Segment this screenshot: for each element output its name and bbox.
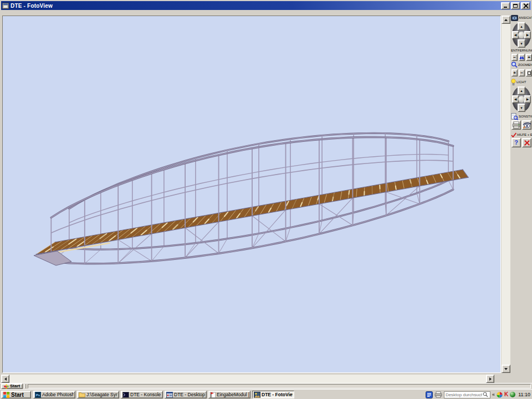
licht-label: LICHT bbox=[516, 80, 526, 84]
scroll-up-button[interactable] bbox=[502, 16, 510, 24]
folder-icon bbox=[79, 392, 85, 397]
console-icon bbox=[122, 392, 129, 398]
app-icon bbox=[2, 3, 9, 9]
task-eingabemodul[interactable]: EingabeModul [Bauchwee... bbox=[208, 391, 250, 398]
section-ansicht: ANSICHT bbox=[511, 15, 532, 21]
horizontal-scrollbar[interactable] bbox=[1, 375, 494, 383]
zoom-in-button[interactable]: + bbox=[511, 69, 518, 76]
close-icon bbox=[523, 3, 528, 8]
hilfe-label: HILFE + ENDE bbox=[517, 133, 532, 137]
control-panel: ANSICHT ▲ ▼ ◀ ▶ ENTFERNUNG − + bbox=[511, 10, 532, 389]
sonstiges-label: SONSTIGES bbox=[519, 115, 532, 119]
flag-pin-icon bbox=[210, 392, 216, 398]
zoom-buttons: + − bbox=[511, 69, 532, 76]
dpad-center bbox=[518, 32, 525, 38]
viewport-3d[interactable] bbox=[2, 16, 501, 373]
minimize-button[interactable] bbox=[501, 2, 510, 9]
start-button[interactable]: Start bbox=[1, 391, 31, 398]
misc-buttons bbox=[511, 120, 531, 130]
language-indicator-icon[interactable] bbox=[426, 391, 433, 398]
bridge-model bbox=[3, 16, 500, 372]
windows-flag-icon bbox=[3, 392, 9, 398]
section-sonstiges: SONSTIGES bbox=[511, 113, 532, 120]
exit-button[interactable] bbox=[522, 138, 531, 147]
maximize-button[interactable] bbox=[511, 2, 520, 9]
arrow-right-icon bbox=[489, 377, 492, 381]
window-title: DTE - FotoView bbox=[11, 3, 53, 9]
scroll-right-button[interactable] bbox=[486, 375, 494, 383]
light-dpad: ▲ ▼ ◀ ▶ bbox=[512, 86, 531, 112]
section-zoomen: ZOOMEN bbox=[511, 62, 532, 68]
light-up-button[interactable]: ▲ bbox=[518, 86, 525, 95]
view-up-button[interactable]: ▲ bbox=[518, 22, 525, 30]
task-label: Adobe Photoshop CS3 E... bbox=[42, 392, 74, 397]
document-magnifier-icon bbox=[511, 113, 518, 120]
task-explorer-folder[interactable]: J:\Seagate Sync\SyncRe... bbox=[77, 391, 119, 398]
view-right-button[interactable]: ▶ bbox=[524, 31, 531, 39]
task-label: DTE - Desktop Engineeri... bbox=[174, 392, 205, 397]
eye-icon bbox=[523, 121, 531, 129]
zoomen-label: ZOOMEN bbox=[518, 63, 532, 67]
print-button[interactable] bbox=[511, 120, 521, 130]
zoom-out-button[interactable]: − bbox=[519, 69, 525, 76]
scroll-down-button[interactable] bbox=[502, 365, 510, 373]
app-statusbar: Start bbox=[0, 383, 532, 389]
arrow-left-icon bbox=[4, 377, 7, 381]
maximize-icon bbox=[513, 4, 518, 8]
taskbar-clock: 11:10 bbox=[517, 392, 530, 397]
help-exit-buttons: ? bbox=[511, 138, 531, 147]
start-label: Start bbox=[11, 392, 24, 398]
light-right-button[interactable]: ▶ bbox=[524, 95, 531, 103]
photo-icon bbox=[254, 392, 260, 398]
search-input[interactable] bbox=[446, 392, 482, 397]
task-dte-desktop-engineering[interactable]: DTE - Desktop Engineeri... bbox=[165, 391, 207, 398]
zoom-rect-icon bbox=[528, 71, 531, 75]
magnifier-icon bbox=[511, 62, 518, 68]
close-button[interactable] bbox=[521, 2, 530, 9]
binoculars-icon bbox=[519, 55, 524, 60]
checkmark-icon bbox=[511, 132, 516, 137]
toolbar-handle[interactable] bbox=[24, 384, 26, 388]
scroll-left-button[interactable] bbox=[1, 375, 9, 383]
distance-minus-button[interactable]: − bbox=[511, 54, 518, 61]
pinwheel-tray-icon[interactable] bbox=[497, 392, 503, 398]
windows-taskbar: Start Ps Adobe Photoshop CS3 E... J:\Sea… bbox=[0, 389, 532, 399]
section-licht: LICHT bbox=[511, 79, 526, 86]
vertical-scrollbar[interactable] bbox=[502, 16, 510, 373]
svg-text:Ps: Ps bbox=[36, 393, 40, 397]
search-icon bbox=[483, 392, 488, 397]
task-dte-fotoview[interactable]: DTE - FotoView bbox=[252, 391, 294, 398]
task-buttons: Ps Adobe Photoshop CS3 E... J:\Seagate S… bbox=[33, 391, 294, 398]
app-task-strip bbox=[28, 384, 531, 388]
question-icon: ? bbox=[514, 140, 518, 146]
titlebar[interactable]: DTE - FotoView bbox=[1, 1, 531, 10]
distance-auto-button[interactable] bbox=[519, 54, 525, 61]
red-x-icon bbox=[524, 140, 530, 146]
app-start-button[interactable]: Start bbox=[1, 383, 23, 389]
distance-buttons: − + bbox=[511, 54, 532, 61]
app-window-icon bbox=[166, 392, 173, 398]
task-label: DTE - FotoView bbox=[262, 392, 293, 397]
k-tray-icon[interactable]: K bbox=[504, 392, 508, 397]
help-button[interactable]: ? bbox=[511, 138, 521, 147]
distance-plus-button[interactable]: + bbox=[526, 54, 532, 61]
section-hilfe-ende: HILFE + ENDE bbox=[511, 132, 532, 137]
tray-expand-chevron[interactable]: « bbox=[492, 392, 495, 397]
taskbar-right-cluster: « K 11:10 bbox=[426, 391, 530, 398]
zoom-window-button[interactable] bbox=[526, 69, 532, 76]
light-down-button[interactable]: ▼ bbox=[518, 104, 525, 112]
printer-icon bbox=[512, 121, 520, 129]
printer-tray-icon[interactable] bbox=[434, 391, 442, 398]
green-orb-tray-icon[interactable] bbox=[510, 392, 515, 397]
ansicht-label: ANSICHT bbox=[519, 16, 532, 20]
dpad-center bbox=[518, 96, 525, 103]
minimize-icon bbox=[504, 7, 507, 8]
task-dte-konsole[interactable]: DTE - Konsole bbox=[121, 391, 163, 398]
desktop-search-box[interactable] bbox=[444, 391, 490, 398]
task-label: DTE - Konsole bbox=[130, 392, 161, 397]
render-view-button[interactable] bbox=[522, 120, 531, 130]
view-down-button[interactable]: ▼ bbox=[518, 39, 525, 48]
task-photoshop[interactable]: Ps Adobe Photoshop CS3 E... bbox=[33, 391, 75, 398]
lightbulb-icon bbox=[511, 79, 516, 86]
task-label: J:\Seagate Sync\SyncRe... bbox=[86, 392, 117, 397]
